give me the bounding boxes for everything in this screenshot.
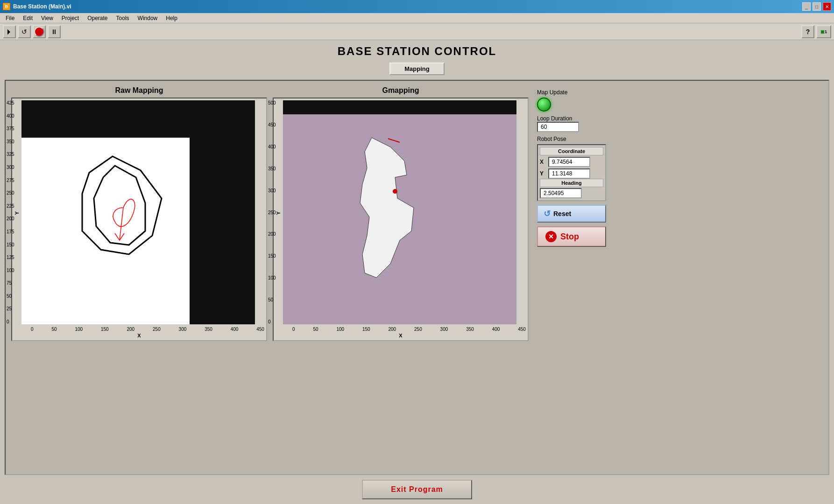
y-tick: 200 [7, 216, 14, 221]
g-y-tick: 500 [268, 100, 276, 105]
loop-duration-section: Loop Duration [537, 115, 606, 132]
exit-button[interactable]: Exit Program [362, 480, 472, 499]
stop-icon [34, 27, 44, 37]
minimize-button[interactable]: _ [802, 2, 811, 11]
y-tick: 225 [7, 203, 14, 209]
y-tick: 75 [7, 280, 14, 286]
title-bar-left: B Base Station (Main).vi [3, 3, 71, 10]
tab-mapping[interactable]: Mapping [389, 63, 444, 75]
gmapping-container: Gmapping Y 0 50 100 150 200 250 300 35 [273, 86, 529, 469]
menu-window[interactable]: Window [134, 14, 162, 22]
help-button[interactable]: ? [801, 25, 814, 38]
window-controls[interactable]: _ □ ✕ [802, 2, 831, 11]
g-y-tick: 50 [268, 297, 276, 302]
robot-pose-label: Robot Pose [537, 136, 606, 142]
coordinate-label: Coordinate [540, 147, 603, 155]
reset-label: Reset [553, 210, 571, 217]
raw-mapping-container: Raw Mapping Y 0 25 50 75 100 125 150 [11, 86, 267, 469]
menu-bar: File Edit View Project Operate Tools Win… [0, 13, 834, 23]
raw-mapping-y-label: Y [14, 211, 20, 215]
y-tick: 150 [7, 242, 14, 247]
exit-bar: Exit Program [362, 480, 472, 499]
pause-button[interactable]: ⏸ [48, 25, 61, 38]
map-update-led [537, 98, 551, 112]
x-axis-label: X [540, 159, 546, 165]
y-tick: 350 [7, 139, 14, 144]
stop-label: Stop [560, 232, 579, 242]
raw-mapping-plot-wrapper: Y 0 25 50 75 100 125 150 175 200 [11, 98, 267, 341]
y-tick: 275 [7, 178, 14, 183]
gmapping-x-label: X [276, 333, 526, 338]
menu-operate[interactable]: Operate [84, 14, 111, 22]
gmapping-y-label: Y [276, 211, 281, 215]
pose-x-row: X [540, 157, 603, 167]
x-coordinate-input[interactable] [548, 157, 590, 167]
window-title: Base Station (Main).vi [13, 3, 71, 10]
gmap-x-ticks: 050100150200250300350400450 [292, 327, 526, 332]
y-tick: 175 [7, 229, 14, 234]
y-tick: 400 [7, 113, 14, 119]
heading-label: Heading [540, 179, 603, 187]
loop-duration-label: Loop Duration [537, 115, 606, 122]
toolbar: ⏵ ↺ ⏸ ? ▣1 [0, 23, 834, 40]
y-tick: 250 [7, 190, 14, 196]
menu-tools[interactable]: Tools [113, 14, 133, 22]
stop-button[interactable]: ✕ Stop [537, 226, 606, 247]
gmapping-plot-wrapper: Y 0 50 100 150 200 250 300 350 400 4 [273, 98, 529, 341]
y-tick: 425 [7, 100, 14, 105]
menu-file[interactable]: File [2, 14, 18, 22]
y-tick: 0 [7, 319, 14, 324]
vi-indicator: ▣1 [816, 25, 831, 38]
y-tick: 125 [7, 255, 14, 260]
menu-edit[interactable]: Edit [19, 14, 36, 22]
page-title: BASE STATION CONTROL [338, 45, 496, 58]
run-continuously-button[interactable]: ↺ [18, 25, 31, 38]
g-y-tick: 450 [268, 122, 276, 127]
g-y-tick: 150 [268, 253, 276, 259]
robot-pose-grid: Coordinate X Y Heading [537, 144, 606, 201]
app-icon: B [3, 3, 10, 10]
maximize-button[interactable]: □ [813, 2, 821, 11]
raw-x-ticks: 050100150200250300350400450 [31, 327, 264, 332]
y-tick: 25 [7, 306, 14, 311]
map-update-label: Map Update [537, 89, 567, 96]
gmapping-title: Gmapping [382, 86, 419, 95]
tab-bar: Mapping [389, 63, 444, 75]
y-tick: 100 [7, 268, 14, 273]
menu-project[interactable]: Project [58, 14, 83, 22]
raw-mapping-title: Raw Mapping [115, 86, 163, 95]
main-content: BASE STATION CONTROL Mapping Raw Mapping… [0, 40, 834, 504]
g-y-tick: 250 [268, 210, 276, 215]
gmapping-canvas [283, 100, 516, 324]
raw-mapping-canvas [21, 100, 255, 324]
main-panel: Raw Mapping Y 0 25 50 75 100 125 150 [5, 80, 829, 475]
reset-button[interactable]: ↺ Reset [537, 205, 606, 223]
stop-toolbar-button[interactable] [33, 25, 46, 38]
controls-panel: Map Update Loop Duration Robot Pose Coor… [534, 86, 609, 469]
title-bar: B Base Station (Main).vi _ □ ✕ [0, 0, 834, 13]
g-y-tick: 0 [268, 319, 276, 324]
y-tick: 300 [7, 165, 14, 170]
y-coordinate-input[interactable] [548, 168, 590, 179]
g-y-tick: 350 [268, 166, 276, 171]
stop-icon: ✕ [545, 231, 557, 242]
y-tick: 375 [7, 126, 14, 131]
menu-view[interactable]: View [37, 14, 57, 22]
y-axis-label: Y [540, 170, 546, 177]
raw-mapping-x-label: X [14, 333, 264, 338]
robot-pose-section: Robot Pose Coordinate X Y Heading [537, 136, 606, 201]
menu-help[interactable]: Help [162, 14, 181, 22]
y-tick: 325 [7, 152, 14, 157]
g-y-tick: 400 [268, 144, 276, 149]
g-y-tick: 300 [268, 188, 276, 193]
run-button[interactable]: ⏵ [3, 25, 16, 38]
heading-input[interactable] [540, 188, 582, 198]
close-button[interactable]: ✕ [823, 2, 831, 11]
reset-icon: ↺ [544, 209, 551, 219]
map-update-section: Map Update [537, 89, 606, 112]
loop-duration-input[interactable] [537, 122, 579, 132]
g-y-tick: 100 [268, 275, 276, 280]
pose-y-row: Y [540, 168, 603, 179]
g-y-tick: 200 [268, 231, 276, 237]
heading-section: Heading [540, 179, 603, 198]
